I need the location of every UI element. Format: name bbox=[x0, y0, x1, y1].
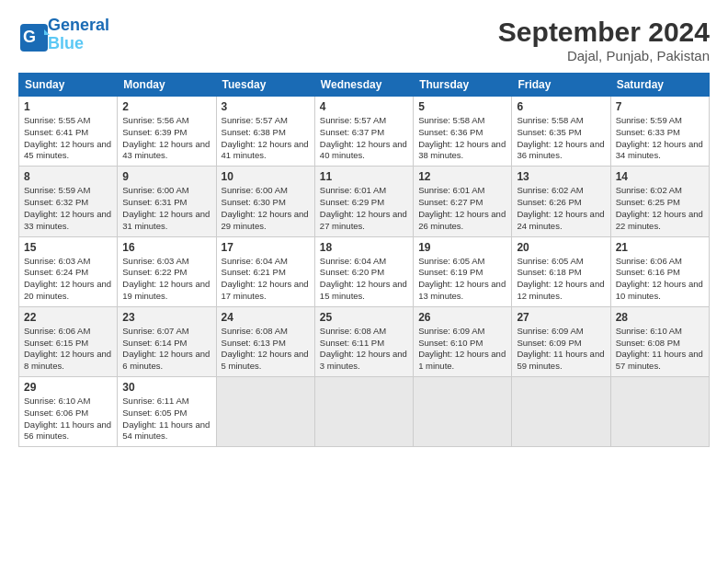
calendar-table: Sunday Monday Tuesday Wednesday Thursday… bbox=[18, 73, 710, 447]
calendar-cell: 15 Sunrise: 6:03 AM Sunset: 6:24 PM Dayl… bbox=[19, 236, 118, 306]
calendar-cell: 20 Sunrise: 6:05 AM Sunset: 6:18 PM Dayl… bbox=[512, 236, 610, 306]
day-info: Sunrise: 6:06 AM Sunset: 6:15 PM Dayligh… bbox=[24, 326, 112, 373]
day-number: 25 bbox=[320, 311, 408, 324]
day-number: 11 bbox=[320, 170, 408, 183]
day-info: Sunrise: 6:08 AM Sunset: 6:13 PM Dayligh… bbox=[222, 326, 310, 373]
header: G General Blue September 2024 Dajal, Pun… bbox=[18, 17, 710, 63]
day-info: Sunrise: 6:01 AM Sunset: 6:29 PM Dayligh… bbox=[320, 185, 408, 232]
calendar-cell: 4 Sunrise: 5:57 AM Sunset: 6:37 PM Dayli… bbox=[314, 97, 413, 167]
day-number: 18 bbox=[320, 241, 408, 254]
calendar-cell: 19 Sunrise: 6:05 AM Sunset: 6:19 PM Dayl… bbox=[414, 236, 512, 306]
calendar-cell: 3 Sunrise: 5:57 AM Sunset: 6:38 PM Dayli… bbox=[216, 97, 314, 167]
logo-text: General Blue bbox=[48, 17, 109, 53]
day-number: 2 bbox=[122, 100, 210, 113]
day-info: Sunrise: 5:57 AM Sunset: 6:38 PM Dayligh… bbox=[222, 115, 310, 162]
calendar-cell: 7 Sunrise: 5:59 AM Sunset: 6:33 PM Dayli… bbox=[610, 97, 709, 167]
logo-line1: General bbox=[48, 16, 109, 34]
calendar-cell: 17 Sunrise: 6:04 AM Sunset: 6:21 PM Dayl… bbox=[216, 236, 314, 306]
day-info: Sunrise: 6:11 AM Sunset: 6:05 PM Dayligh… bbox=[122, 396, 210, 442]
calendar-cell: 16 Sunrise: 6:03 AM Sunset: 6:22 PM Dayl… bbox=[118, 236, 216, 306]
calendar-cell: 24 Sunrise: 6:08 AM Sunset: 6:13 PM Dayl… bbox=[216, 306, 314, 376]
calendar-week-3: 15 Sunrise: 6:03 AM Sunset: 6:24 PM Dayl… bbox=[19, 236, 710, 306]
day-info: Sunrise: 6:04 AM Sunset: 6:21 PM Dayligh… bbox=[222, 256, 310, 303]
col-tuesday: Tuesday bbox=[216, 74, 314, 97]
day-number: 22 bbox=[24, 311, 112, 324]
calendar-cell: 28 Sunrise: 6:10 AM Sunset: 6:08 PM Dayl… bbox=[610, 306, 709, 376]
day-number: 19 bbox=[418, 241, 506, 254]
calendar-cell bbox=[216, 377, 314, 447]
col-monday: Monday bbox=[118, 74, 216, 97]
day-number: 10 bbox=[222, 170, 310, 183]
day-number: 12 bbox=[418, 170, 506, 183]
calendar-cell: 5 Sunrise: 5:58 AM Sunset: 6:36 PM Dayli… bbox=[414, 97, 512, 167]
col-sunday: Sunday bbox=[19, 74, 118, 97]
day-number: 4 bbox=[320, 100, 408, 113]
day-info: Sunrise: 6:00 AM Sunset: 6:30 PM Dayligh… bbox=[222, 185, 310, 232]
calendar-cell: 22 Sunrise: 6:06 AM Sunset: 6:15 PM Dayl… bbox=[19, 306, 118, 376]
day-info: Sunrise: 6:10 AM Sunset: 6:08 PM Dayligh… bbox=[616, 326, 704, 373]
calendar-cell: 25 Sunrise: 6:08 AM Sunset: 6:11 PM Dayl… bbox=[314, 306, 413, 376]
calendar-week-2: 8 Sunrise: 5:59 AM Sunset: 6:32 PM Dayli… bbox=[19, 167, 710, 236]
day-number: 23 bbox=[122, 311, 210, 324]
col-wednesday: Wednesday bbox=[314, 74, 413, 97]
page: G General Blue September 2024 Dajal, Pun… bbox=[0, 0, 728, 563]
day-number: 1 bbox=[24, 100, 112, 113]
day-number: 16 bbox=[122, 241, 210, 254]
day-info: Sunrise: 5:59 AM Sunset: 6:32 PM Dayligh… bbox=[24, 185, 112, 232]
logo: G General Blue bbox=[18, 17, 109, 53]
day-number: 6 bbox=[517, 100, 605, 113]
calendar-week-4: 22 Sunrise: 6:06 AM Sunset: 6:15 PM Dayl… bbox=[19, 306, 710, 376]
day-info: Sunrise: 6:05 AM Sunset: 6:18 PM Dayligh… bbox=[517, 256, 605, 303]
calendar-cell: 2 Sunrise: 5:56 AM Sunset: 6:39 PM Dayli… bbox=[118, 97, 216, 167]
calendar-cell bbox=[314, 377, 413, 447]
day-number: 13 bbox=[517, 170, 605, 183]
day-number: 29 bbox=[24, 381, 112, 394]
day-info: Sunrise: 5:57 AM Sunset: 6:37 PM Dayligh… bbox=[320, 115, 408, 162]
day-number: 14 bbox=[616, 170, 704, 183]
calendar-cell: 21 Sunrise: 6:06 AM Sunset: 6:16 PM Dayl… bbox=[610, 236, 709, 306]
logo-line2: Blue bbox=[48, 34, 84, 52]
day-info: Sunrise: 5:59 AM Sunset: 6:33 PM Dayligh… bbox=[616, 115, 704, 162]
day-info: Sunrise: 6:02 AM Sunset: 6:25 PM Dayligh… bbox=[616, 185, 704, 232]
day-info: Sunrise: 5:55 AM Sunset: 6:41 PM Dayligh… bbox=[24, 115, 112, 162]
day-info: Sunrise: 6:03 AM Sunset: 6:24 PM Dayligh… bbox=[24, 256, 112, 303]
day-number: 5 bbox=[418, 100, 506, 113]
day-info: Sunrise: 5:58 AM Sunset: 6:35 PM Dayligh… bbox=[517, 115, 605, 162]
calendar-cell: 26 Sunrise: 6:09 AM Sunset: 6:10 PM Dayl… bbox=[414, 306, 512, 376]
day-info: Sunrise: 6:04 AM Sunset: 6:20 PM Dayligh… bbox=[320, 256, 408, 303]
logo-icon: G bbox=[18, 22, 44, 48]
day-number: 30 bbox=[122, 381, 210, 394]
calendar-cell: 11 Sunrise: 6:01 AM Sunset: 6:29 PM Dayl… bbox=[314, 167, 413, 236]
calendar-cell: 6 Sunrise: 5:58 AM Sunset: 6:35 PM Dayli… bbox=[512, 97, 610, 167]
day-number: 24 bbox=[222, 311, 310, 324]
day-info: Sunrise: 5:58 AM Sunset: 6:36 PM Dayligh… bbox=[418, 115, 506, 162]
day-info: Sunrise: 6:01 AM Sunset: 6:27 PM Dayligh… bbox=[418, 185, 506, 232]
calendar-cell bbox=[414, 377, 512, 447]
day-info: Sunrise: 6:06 AM Sunset: 6:16 PM Dayligh… bbox=[616, 256, 704, 303]
col-saturday: Saturday bbox=[610, 74, 709, 97]
calendar-cell bbox=[512, 377, 610, 447]
day-number: 9 bbox=[122, 170, 210, 183]
day-info: Sunrise: 6:08 AM Sunset: 6:11 PM Dayligh… bbox=[320, 326, 408, 373]
page-title: September 2024 bbox=[498, 17, 710, 48]
col-friday: Friday bbox=[512, 74, 610, 97]
day-number: 27 bbox=[517, 311, 605, 324]
calendar-cell: 8 Sunrise: 5:59 AM Sunset: 6:32 PM Dayli… bbox=[19, 167, 118, 236]
day-number: 3 bbox=[222, 100, 310, 113]
calendar-cell: 18 Sunrise: 6:04 AM Sunset: 6:20 PM Dayl… bbox=[314, 236, 413, 306]
calendar-cell: 12 Sunrise: 6:01 AM Sunset: 6:27 PM Dayl… bbox=[414, 167, 512, 236]
day-info: Sunrise: 6:10 AM Sunset: 6:06 PM Dayligh… bbox=[24, 396, 112, 442]
day-info: Sunrise: 6:02 AM Sunset: 6:26 PM Dayligh… bbox=[517, 185, 605, 232]
svg-text:G: G bbox=[23, 28, 36, 46]
day-info: Sunrise: 5:56 AM Sunset: 6:39 PM Dayligh… bbox=[122, 115, 210, 162]
calendar-cell: 29 Sunrise: 6:10 AM Sunset: 6:06 PM Dayl… bbox=[19, 377, 118, 447]
day-info: Sunrise: 6:09 AM Sunset: 6:09 PM Dayligh… bbox=[517, 326, 605, 373]
header-row: Sunday Monday Tuesday Wednesday Thursday… bbox=[19, 74, 710, 97]
calendar-cell: 13 Sunrise: 6:02 AM Sunset: 6:26 PM Dayl… bbox=[512, 167, 610, 236]
page-subtitle: Dajal, Punjab, Pakistan bbox=[498, 48, 710, 63]
day-info: Sunrise: 6:03 AM Sunset: 6:22 PM Dayligh… bbox=[122, 256, 210, 303]
calendar-cell: 27 Sunrise: 6:09 AM Sunset: 6:09 PM Dayl… bbox=[512, 306, 610, 376]
day-info: Sunrise: 6:05 AM Sunset: 6:19 PM Dayligh… bbox=[418, 256, 506, 303]
day-number: 17 bbox=[222, 241, 310, 254]
calendar-cell: 9 Sunrise: 6:00 AM Sunset: 6:31 PM Dayli… bbox=[118, 167, 216, 236]
